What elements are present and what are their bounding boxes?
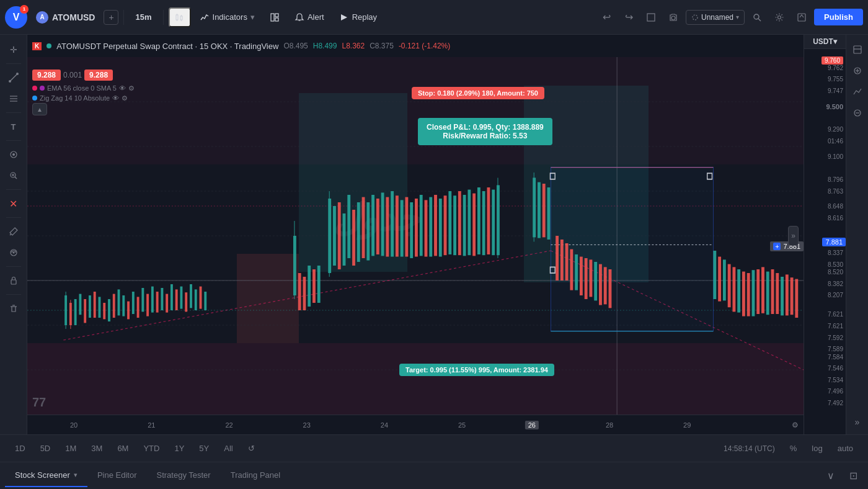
tf-ytd[interactable]: YTD bbox=[138, 442, 164, 455]
price-9755: 9.755 bbox=[828, 76, 843, 83]
reset-zoom-button[interactable]: ↺ bbox=[243, 442, 260, 455]
trend-line-tool[interactable] bbox=[4, 68, 24, 87]
price-input-1[interactable]: 9.288 bbox=[32, 70, 61, 81]
collapse-button[interactable]: ▲ bbox=[32, 103, 47, 115]
tf-5y[interactable]: 5Y bbox=[194, 442, 214, 455]
zoom-tool[interactable] bbox=[4, 166, 24, 186]
search-button[interactable] bbox=[747, 7, 767, 27]
timeframe-button[interactable]: 15m bbox=[129, 10, 157, 24]
text-tool[interactable]: T bbox=[4, 117, 24, 137]
trash-tool[interactable] bbox=[4, 298, 24, 318]
panel-btn-3[interactable] bbox=[848, 82, 867, 102]
add-symbol-button[interactable]: + bbox=[104, 10, 118, 25]
currency-label[interactable]: USDT▾ bbox=[804, 35, 846, 49]
tab-strategy-tester[interactable]: Strategy Tester bbox=[146, 464, 220, 487]
indicator-2-settings[interactable]: ⚙ bbox=[122, 94, 128, 102]
tab-pine-editor[interactable]: Pine Editor bbox=[87, 464, 147, 487]
unnamed-button[interactable]: Unnamed ▾ bbox=[686, 10, 745, 25]
tab-stock-screener[interactable]: Stock Screener ▾ bbox=[5, 464, 87, 487]
tf-1d[interactable]: 1D bbox=[10, 442, 30, 455]
main-chart[interactable]: K ATOMUSDT Perpetual Swap Contract · 15 … bbox=[27, 35, 804, 434]
fib-tool[interactable] bbox=[4, 89, 24, 109]
undo-button[interactable]: ↩ bbox=[596, 7, 616, 27]
percent-mode[interactable]: % bbox=[785, 442, 802, 455]
collapse-panel-button[interactable]: ∨ bbox=[821, 466, 841, 486]
price-9500: 9.500 bbox=[826, 103, 843, 110]
auto-mode[interactable]: auto bbox=[833, 442, 858, 455]
price-input-2[interactable]: 9.288 bbox=[84, 70, 113, 81]
svg-rect-116 bbox=[453, 195, 456, 255]
svg-rect-88 bbox=[317, 266, 321, 303]
tf-all[interactable]: All bbox=[219, 442, 237, 455]
svg-rect-55 bbox=[79, 294, 81, 315]
svg-rect-79 bbox=[195, 289, 197, 310]
indicator-1-label: EMA 56 close 0 SMA 5 bbox=[47, 84, 117, 92]
separator1 bbox=[6, 63, 21, 64]
measure-tool[interactable] bbox=[4, 145, 24, 164]
svg-rect-151 bbox=[732, 267, 735, 312]
zoom-button[interactable] bbox=[792, 7, 812, 27]
time-label-22: 22 bbox=[225, 421, 232, 429]
alert-button[interactable]: Alert bbox=[288, 9, 330, 25]
panel-btn-2[interactable] bbox=[848, 61, 867, 81]
indicator-2-eye[interactable]: 👁 bbox=[112, 94, 119, 102]
panel-btn-1[interactable] bbox=[848, 40, 867, 60]
svg-rect-141 bbox=[585, 258, 588, 299]
chart-settings-button[interactable]: ⚙ bbox=[792, 421, 799, 429]
svg-rect-147 bbox=[713, 251, 716, 299]
replay-button[interactable]: Replay bbox=[333, 9, 383, 25]
svg-line-42 bbox=[63, 251, 551, 340]
svg-rect-86 bbox=[308, 266, 311, 307]
target-annotation: Target: 0.995 (11.55%) 995, Amount: 2381… bbox=[399, 364, 554, 376]
logo-button[interactable]: V 1 bbox=[5, 6, 27, 29]
publish-button[interactable]: Publish bbox=[814, 9, 863, 25]
symbol-button[interactable]: A ATOMUSD bbox=[30, 9, 101, 26]
settings-button[interactable] bbox=[769, 7, 789, 27]
indicators-button[interactable]: Indicators ▾ bbox=[193, 9, 261, 25]
topbar: V 1 A ATOMUSD + 15m Indicators ▾ Alert bbox=[0, 0, 868, 35]
tf-5d[interactable]: 5D bbox=[35, 442, 56, 455]
panel-btn-4[interactable] bbox=[848, 103, 867, 123]
remove-drawing-tool[interactable]: ✕ bbox=[4, 194, 24, 213]
svg-rect-64 bbox=[122, 295, 125, 316]
tf-3m[interactable]: 3M bbox=[86, 442, 107, 455]
tf-1m[interactable]: 1M bbox=[60, 442, 81, 455]
redo-button[interactable]: ↪ bbox=[619, 7, 639, 27]
fullscreen-button[interactable] bbox=[641, 7, 661, 27]
brush-tool[interactable] bbox=[4, 222, 24, 241]
tf-1y[interactable]: 1Y bbox=[169, 442, 189, 455]
svg-rect-6 bbox=[271, 14, 274, 21]
price-8382: 8.382 bbox=[828, 280, 843, 287]
chart-canvas[interactable]: جدول bbox=[27, 57, 804, 415]
time-label-24: 24 bbox=[381, 421, 388, 429]
tab-trading-panel[interactable]: Trading Panel bbox=[221, 464, 290, 487]
price-8207: 8.207 bbox=[828, 292, 843, 298]
expand-right-button[interactable]: » bbox=[788, 226, 799, 246]
expand-panel-button[interactable]: ⊡ bbox=[843, 466, 863, 486]
svg-rect-77 bbox=[185, 292, 187, 312]
time-label-26-active: 26 bbox=[525, 421, 539, 429]
svg-rect-72 bbox=[161, 288, 163, 310]
price-inputs: 9.288 0.001 9.288 bbox=[32, 70, 113, 81]
price-7621b: 7.621 bbox=[828, 323, 843, 330]
svg-rect-58 bbox=[94, 292, 96, 318]
layout-button[interactable] bbox=[264, 9, 286, 25]
watch-tool[interactable] bbox=[4, 243, 24, 262]
tf-6m[interactable]: 6M bbox=[112, 442, 133, 455]
log-mode[interactable]: log bbox=[807, 442, 827, 455]
svg-rect-62 bbox=[113, 294, 115, 318]
price-9760: 9.760 bbox=[822, 56, 843, 65]
svg-rect-104 bbox=[396, 195, 399, 256]
panel-expand-right[interactable]: » bbox=[852, 415, 862, 429]
svg-rect-60 bbox=[103, 303, 105, 319]
indicator-1-settings[interactable]: ⚙ bbox=[128, 84, 135, 92]
crosshair-tool[interactable]: ✛ bbox=[4, 40, 24, 60]
snapshot-button[interactable] bbox=[663, 7, 683, 27]
svg-rect-129 bbox=[538, 182, 541, 238]
svg-rect-57 bbox=[89, 295, 91, 318]
svg-rect-131 bbox=[547, 187, 551, 240]
svg-rect-135 bbox=[556, 236, 559, 280]
indicator-1-eye[interactable]: 👁 bbox=[119, 84, 126, 92]
chart-type-button[interactable] bbox=[169, 7, 191, 27]
lock-tool[interactable] bbox=[4, 271, 24, 290]
